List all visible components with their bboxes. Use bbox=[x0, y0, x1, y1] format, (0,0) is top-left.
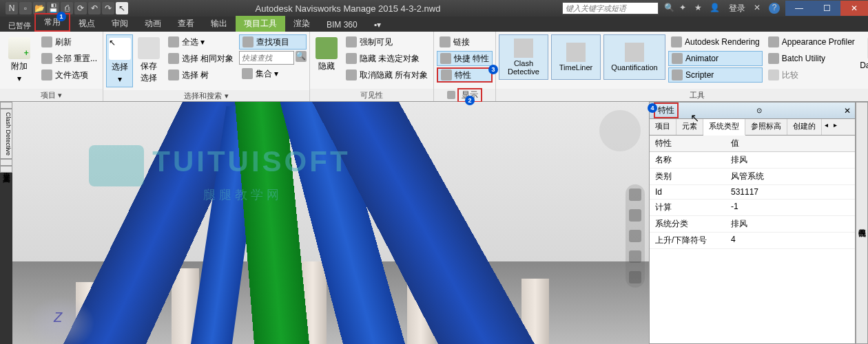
select-all-button[interactable]: 全选 ▾ bbox=[165, 34, 236, 50]
panel-select-title: 选择和搜索 ▾ bbox=[103, 90, 309, 101]
select-cursor-icon[interactable]: ↖ bbox=[116, 2, 128, 14]
tab-scroll-right-icon[interactable]: ▸ bbox=[831, 119, 840, 135]
quantification-icon bbox=[625, 43, 644, 62]
tab-view[interactable]: 查看 bbox=[169, 16, 203, 32]
exchange-icon[interactable]: ✕ bbox=[754, 3, 765, 14]
panel-project: + 附加 ▾ 刷新 全部 重置... 文件选项 项目 ▾ bbox=[0, 32, 103, 101]
pin-icon[interactable]: ⊙ bbox=[756, 107, 762, 114]
prop-tab-reflevel[interactable]: 参照标高 bbox=[745, 119, 787, 135]
unhide-icon bbox=[346, 69, 357, 80]
file-options-icon bbox=[41, 69, 52, 80]
table-row[interactable]: 名称排风 bbox=[650, 152, 855, 169]
util-icon[interactable]: ✦ bbox=[679, 3, 690, 14]
compare-icon bbox=[768, 69, 779, 80]
binoculars-icon[interactable]: 🔍 bbox=[664, 3, 675, 14]
datatools-button[interactable]: DataTools bbox=[860, 34, 868, 73]
util-icon-2[interactable]: ★ bbox=[694, 3, 705, 14]
login-button[interactable]: 登录 bbox=[725, 3, 750, 14]
close-button[interactable]: ✕ bbox=[840, 1, 868, 16]
panel-close-icon[interactable]: ✕ bbox=[844, 106, 851, 116]
tab-scroll-left-icon[interactable]: ◂ bbox=[822, 119, 831, 135]
selection-tree-button[interactable]: 选择 树 bbox=[165, 67, 236, 83]
user-icon[interactable]: 👤 bbox=[710, 3, 721, 14]
select-same-button[interactable]: 选择 相同对象 bbox=[165, 51, 236, 66]
prop-tab-created[interactable]: 创建的 bbox=[787, 119, 822, 135]
hide-button[interactable]: 隐藏 bbox=[313, 34, 340, 75]
timeliner-button[interactable]: TimeLiner bbox=[551, 34, 601, 80]
ribbon-tabs: 常用 视点 审阅 动画 查看 输出 项目工具 渲染 BIM 360 ▪▾ bbox=[0, 17, 868, 32]
prop-tab-systemtype[interactable]: 系统类型 bbox=[703, 119, 745, 136]
title-utility-icons: 🔍 ✦ ★ 👤 登录 ✕ ? bbox=[659, 3, 785, 14]
animator-button[interactable]: Animator bbox=[668, 51, 763, 66]
viewport-3d[interactable]: TUITUISOFT 腿腿教学网 Z bbox=[12, 102, 649, 344]
maximize-button[interactable]: ☐ bbox=[813, 1, 840, 16]
attach-button[interactable]: + 附加 ▾ bbox=[3, 34, 36, 86]
quick-properties-button[interactable]: 快捷 特性 bbox=[437, 51, 493, 66]
clash-detective-button[interactable]: Clash Detective bbox=[499, 34, 548, 80]
hide-icon bbox=[316, 37, 338, 59]
dock-tab-project-tree[interactable]: 项目目录 bbox=[0, 102, 12, 109]
search-icon[interactable]: 🔍 bbox=[296, 51, 307, 62]
search-input[interactable] bbox=[562, 2, 659, 14]
file-options-button[interactable]: 文件选项 bbox=[39, 67, 100, 83]
batch-utility-button[interactable]: Batch Utility bbox=[765, 51, 858, 66]
refresh-button[interactable]: 刷新 bbox=[39, 34, 100, 50]
view-cube[interactable] bbox=[599, 110, 641, 151]
tab-item-tools[interactable]: 项目工具 bbox=[236, 16, 285, 32]
table-row[interactable]: Id531117 bbox=[650, 185, 855, 200]
mouse-cursor: ↖ bbox=[690, 111, 699, 125]
nav-look-icon[interactable] bbox=[629, 271, 641, 283]
nav-wheel-icon[interactable] bbox=[629, 189, 641, 201]
watermark-text: TUITUISOFT bbox=[152, 145, 350, 178]
grid-header: 特性 值 bbox=[650, 136, 855, 152]
help-icon[interactable]: ? bbox=[769, 3, 780, 14]
find-items-button[interactable]: 查找项目 bbox=[239, 34, 307, 50]
minimize-button[interactable]: — bbox=[785, 1, 813, 16]
quantification-button[interactable]: Quantification bbox=[603, 34, 665, 80]
tab-review[interactable]: 审阅 bbox=[103, 16, 136, 32]
tree-icon bbox=[168, 69, 179, 80]
tab-output[interactable]: 输出 bbox=[203, 16, 236, 32]
scripter-button[interactable]: Scripter bbox=[668, 67, 763, 83]
tab-render[interactable]: 渲染 bbox=[285, 16, 318, 32]
compass[interactable]: Z bbox=[26, 296, 95, 344]
table-row[interactable]: 系统分类排风 bbox=[650, 216, 855, 233]
appearance-profiler-button[interactable]: Appearance Profiler bbox=[765, 34, 858, 50]
quick-find-input[interactable] bbox=[239, 51, 294, 65]
undo-icon[interactable]: ↶ bbox=[88, 2, 101, 14]
hide-unselected-button[interactable]: 隐藏 未选定对象 bbox=[343, 51, 431, 66]
reset-all-button[interactable]: 全部 重置... bbox=[39, 51, 100, 66]
tab-viewpoint[interactable]: 视点 bbox=[70, 16, 103, 32]
links-button[interactable]: 链接 bbox=[437, 34, 493, 50]
select-all-icon bbox=[168, 36, 179, 47]
dock-tab-clash[interactable]: Clash Detective bbox=[0, 109, 12, 159]
prop-tab-item[interactable]: 项目 bbox=[650, 119, 676, 135]
tab-bim360[interactable]: BIM 360 bbox=[318, 18, 366, 32]
tab-animation[interactable]: 动画 bbox=[136, 16, 169, 32]
dock-tab-sets[interactable]: 集合 bbox=[0, 159, 12, 166]
sets-button[interactable]: 集合 ▾ bbox=[239, 66, 307, 81]
compare-button[interactable]: 比较 bbox=[765, 67, 858, 83]
table-row[interactable]: 类别风管系统 bbox=[650, 169, 855, 185]
annotation-1: 1 bbox=[56, 12, 66, 21]
new-icon[interactable]: ▫ bbox=[19, 2, 32, 14]
refresh-icon[interactable]: ⟳ bbox=[74, 2, 87, 14]
unhide-all-button[interactable]: 取消隐藏 所有对象 bbox=[343, 67, 431, 83]
autodesk-rendering-button[interactable]: Autodesk Rendering bbox=[668, 34, 763, 50]
table-row[interactable]: 上升/下降符号4 bbox=[650, 233, 855, 249]
redo-icon[interactable]: ↷ bbox=[102, 2, 114, 14]
nav-pan-icon[interactable] bbox=[629, 209, 641, 222]
app-menu-icon[interactable]: N bbox=[6, 2, 18, 14]
save-selection-button[interactable]: 保存 选择 bbox=[136, 34, 163, 87]
tab-extra-icon[interactable]: ▪▾ bbox=[366, 18, 389, 32]
table-row[interactable]: 计算-1 bbox=[650, 200, 855, 216]
dock-tab-saved-viewpoints[interactable]: 保存的视点 bbox=[856, 102, 868, 344]
nav-zoom-icon[interactable] bbox=[629, 230, 641, 242]
animator-icon bbox=[672, 53, 683, 64]
dock-tab-measure[interactable]: 测量工具 bbox=[0, 166, 12, 173]
properties-button[interactable]: 特性 bbox=[437, 67, 493, 83]
nav-orbit-icon[interactable] bbox=[629, 250, 641, 263]
properties-header[interactable]: 特性 ⊙ ✕ bbox=[650, 103, 855, 119]
select-button[interactable]: ↖ 选择▾ bbox=[106, 34, 133, 87]
force-visible-button[interactable]: 强制可见 bbox=[343, 34, 431, 50]
